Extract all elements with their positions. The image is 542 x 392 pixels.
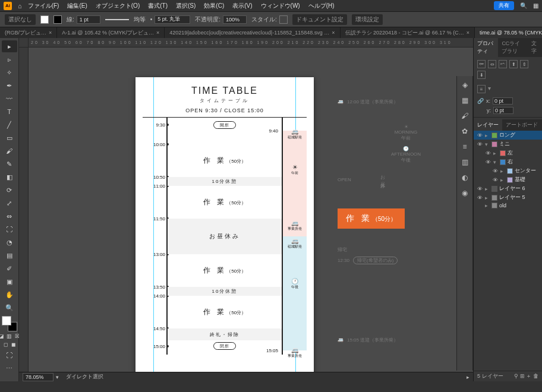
draw-behind-icon[interactable]: ◼ [10,341,17,348]
fill-stroke-swatch[interactable] [2,316,17,331]
layer-row[interactable]: ▸old [474,202,542,209]
stroke-style-icon[interactable] [105,19,129,20]
symbol-panel-icon[interactable]: ✿ [459,126,470,137]
layer-row[interactable]: 👁▸レイヤー 6 [474,184,542,193]
gradient-panel-icon[interactable]: ▥ [459,157,470,167]
line-tool[interactable]: ╱ [2,119,17,131]
doc-tab-active[interactable]: time.ai @ 78.05 % (CMYK/プレビュー)× [475,27,542,38]
zoom-tool[interactable]: 🔍 [2,302,17,314]
menu-help[interactable]: ヘルプ(H) [308,2,335,10]
opacity-input[interactable] [223,15,247,24]
close-icon[interactable]: × [49,30,52,36]
ruler-vertical[interactable] [19,48,29,381]
delete-layer-icon[interactable]: 🗑 [533,373,538,379]
appearance-panel-icon[interactable]: ◉ [459,188,470,198]
curvature-tool[interactable]: 〰 [2,93,17,105]
menu-select[interactable]: 選択(S) [176,2,196,10]
menu-window[interactable]: ウィンドウ(W) [261,2,300,10]
layer-row[interactable]: 👁▸左 [474,148,542,157]
eyedropper-tool[interactable]: ✐ [2,263,17,274]
direct-select-tool[interactable]: ▹ [2,53,17,65]
stroke-panel-icon[interactable]: ≡ [459,141,470,152]
doc-tab[interactable]: 伝説チラシ 20220418 - コピー.ai @ 66.17 % (C…× [341,27,475,38]
menu-effect[interactable]: 効果(C) [204,2,224,10]
tab-characters[interactable]: 文字 [528,38,542,57]
arrange-icon[interactable]: ▦ [533,2,538,9]
free-transform-tool[interactable]: ⛶ [2,223,17,235]
ruler-horizontal[interactable]: 20 30 40 50 60 70 80 90 100 110 120 130 … [29,38,473,48]
fill-swatch-icon[interactable] [40,15,49,24]
layer-row[interactable]: 👁▾右 [474,157,542,166]
share-button[interactable]: 共有 [494,1,514,10]
align-vcenter-icon[interactable]: ⇕ [520,60,528,68]
rect-tool[interactable]: ▭ [2,132,17,144]
close-icon[interactable]: × [332,30,335,36]
new-layer-icon[interactable]: ＋ [526,373,531,379]
zoom-input[interactable] [23,373,53,381]
menu-edit[interactable]: 編集(E) [67,2,87,10]
doc-tab[interactable]: (RGB/プレビュ…× [0,27,57,38]
artboard-timetable[interactable]: TIME TABLE タイムテーブル OPEN 9:30 / CLOSE 15:… [136,77,314,372]
doc-tab[interactable]: A-1.ai @ 105.42 % (CMYK/プレビュ…× [57,27,165,38]
y-input[interactable] [493,107,513,114]
gradient-mode-icon[interactable]: ▥ [6,333,13,340]
brush-tool[interactable]: 🖌 [2,145,17,157]
doc-tab[interactable]: 420219|adobecc|oud|creativecreativecloud… [165,27,340,38]
stroke-width-input[interactable] [77,15,100,24]
distribute-icon[interactable]: ≡ [477,85,486,93]
align-hcenter-icon[interactable]: ⇔ [488,60,496,68]
layer-row[interactable]: 👁▸レイヤー 5 [474,193,542,202]
tab-cc-libraries[interactable]: CCライブラリ [498,38,528,57]
chevron-down-icon[interactable]: ▾ [56,374,59,380]
eraser-tool[interactable]: ◧ [2,171,17,183]
doc-setup-button[interactable]: ドキュメント設定 [292,14,347,25]
nav-icon[interactable]: ▸ [467,374,469,380]
layer-row[interactable]: 👁▸センター [474,166,542,175]
wand-tool[interactable]: ✧ [2,67,17,78]
rotate-tool[interactable]: ⟳ [2,184,17,196]
menu-view[interactable]: 表示(V) [232,2,252,10]
draw-normal-icon[interactable]: ◻ [2,341,9,348]
style-swatch[interactable] [279,15,288,24]
align-top-icon[interactable]: ⬆ [509,60,518,68]
menu-object[interactable]: オブジェクト(O) [96,2,140,10]
layer-row[interactable]: 👁▾ミニ [474,140,542,148]
layer-row[interactable]: 👁▸ロング [474,131,542,140]
screen-mode-icon[interactable]: ⛶ [2,349,17,361]
link-icon[interactable]: 🔗 [477,98,484,104]
gradient-tool[interactable]: ▤ [2,249,17,261]
align-left-icon[interactable]: ⬾ [477,60,486,68]
visibility-icon[interactable]: 👁 [476,132,483,138]
brush-panel-icon[interactable]: 🖌 [459,110,470,121]
align-bottom-icon[interactable]: ⬇ [477,71,486,79]
canvas-area[interactable]: 20 30 40 50 60 70 80 90 100 110 120 130 … [19,38,473,381]
shaper-tool[interactable]: ✎ [2,158,17,170]
tab-layers[interactable]: レイヤー [474,119,502,131]
menu-file[interactable]: ファイル(F) [28,2,59,10]
color-mode-icon[interactable]: ◪ [0,333,5,340]
close-icon[interactable]: × [156,30,159,36]
tab-properties[interactable]: プロパティ [474,38,498,57]
swatch-panel-icon[interactable]: ▦ [459,95,470,106]
home-icon[interactable]: ⌂ [18,2,22,10]
new-sublayer-icon[interactable]: ⊞ [520,373,525,379]
env-setup-button[interactable]: 環境設定 [352,14,383,25]
width-tool[interactable]: ⇔ [2,210,17,222]
x-input[interactable] [493,97,513,105]
align-right-icon[interactable]: ⬿ [499,60,507,68]
uniform-label[interactable]: 均等 [134,15,146,24]
tab-artboards[interactable]: アートボード [502,119,541,131]
menu-type[interactable]: 書式(T) [148,2,168,10]
ruler-origin[interactable] [19,38,29,48]
edit-toolbar-icon[interactable]: ⋯ [2,362,17,374]
shape-builder-tool[interactable]: ◔ [2,236,17,248]
close-icon[interactable]: × [467,30,469,36]
search-icon[interactable]: 🔍 [520,2,527,9]
selection-tool[interactable]: ▸ [2,40,17,52]
locate-icon[interactable]: ⚲ [514,373,518,379]
stroke-swatch-icon[interactable] [53,15,62,24]
artboard-tool[interactable]: ▣ [2,276,17,287]
scale-tool[interactable]: ⤢ [2,197,17,209]
hand-tool[interactable]: ✋ [2,289,17,301]
layer-row[interactable]: 👁▸基礎 [474,175,542,184]
